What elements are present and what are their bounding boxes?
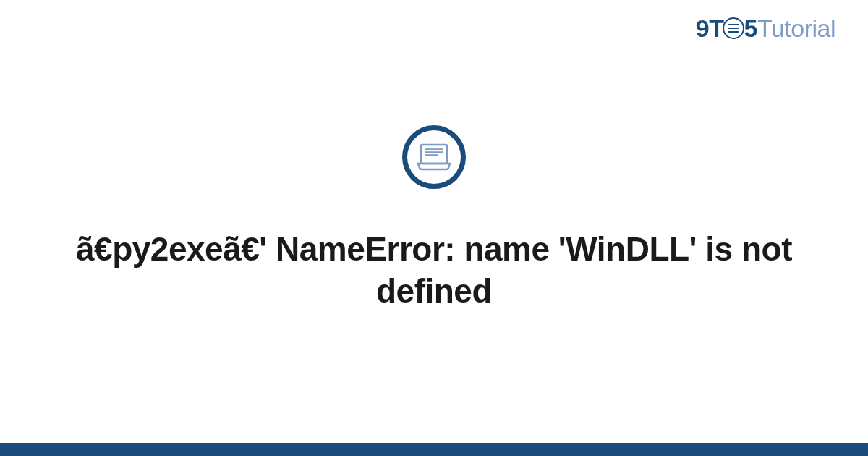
svg-rect-0 xyxy=(421,145,447,164)
page-title: ã€py2exeã€' NameError: name 'WinDLL' is … xyxy=(43,229,825,312)
logo-circle-icon xyxy=(723,17,744,39)
laptop-svg-icon xyxy=(416,143,452,172)
footer-bar xyxy=(0,443,868,456)
main-content: ã€py2exeã€' NameError: name 'WinDLL' is … xyxy=(0,125,868,312)
logo-text-9t: 9T xyxy=(696,14,724,42)
logo-text-tutorial: Tutorial xyxy=(757,14,835,42)
header-logo[interactable]: 9T5Tutorial xyxy=(696,14,835,43)
logo-text-5: 5 xyxy=(744,14,757,42)
site-logo: 9T5Tutorial xyxy=(696,14,835,43)
laptop-icon xyxy=(402,125,466,189)
